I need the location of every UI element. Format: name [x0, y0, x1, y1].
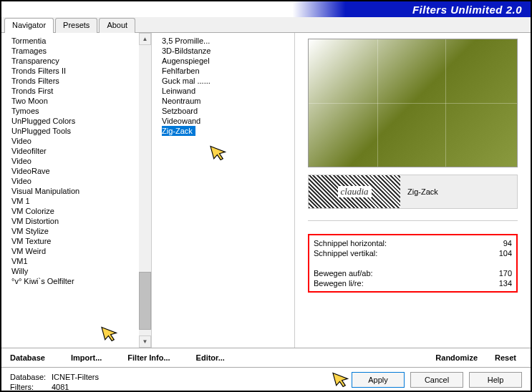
- category-pane: TormentiaTramagesTransparencyTronds Filt…: [1, 33, 152, 348]
- category-scrollbar[interactable]: ▲ ▼: [139, 33, 151, 348]
- category-item[interactable]: Visual Manipulation: [11, 186, 139, 196]
- category-item[interactable]: Two Moon: [11, 96, 139, 106]
- tab-strip: Navigator Presets About: [1, 17, 531, 33]
- preview-pane: claudia Zig-Zack Schnippel horizontal: 9…: [295, 33, 531, 348]
- filter-item[interactable]: Guck mal ......: [162, 76, 213, 86]
- divider: [308, 220, 518, 221]
- filter-item[interactable]: Setzboard: [162, 106, 200, 116]
- param-label: Schnippel vertikal:: [314, 249, 377, 258]
- category-item[interactable]: VM 1: [11, 196, 139, 206]
- category-item[interactable]: UnPlugged Colors: [11, 116, 139, 126]
- param-row[interactable]: Bewegen auf/ab: 170: [314, 268, 512, 278]
- parameter-panel: Schnippel horizontal: 94 Schnippel verti…: [308, 234, 518, 293]
- scroll-thumb[interactable]: [139, 272, 151, 330]
- param-value: 170: [499, 269, 512, 278]
- param-label: Bewegen auf/ab:: [314, 269, 373, 278]
- param-label: Bewegen li/re:: [314, 279, 364, 288]
- app-title: Filters Unlimited 2.0: [412, 4, 522, 16]
- apply-button[interactable]: Apply: [352, 372, 405, 388]
- filters-count: 4081: [52, 382, 69, 392]
- param-row[interactable]: Schnippel vertikal: 104: [314, 248, 512, 258]
- tab-about[interactable]: About: [99, 18, 135, 33]
- category-item[interactable]: VM Weird: [11, 246, 139, 256]
- category-item[interactable]: VM Colorize: [11, 206, 139, 216]
- tab-navigator[interactable]: Navigator: [4, 18, 54, 33]
- filter-title-row: claudia Zig-Zack: [308, 175, 518, 209]
- category-item[interactable]: Tronds Filters II: [11, 66, 139, 76]
- filter-item[interactable]: Zig-Zack: [162, 126, 195, 136]
- import-button[interactable]: Import...: [71, 353, 102, 362]
- reset-button[interactable]: Reset: [495, 353, 516, 362]
- database-info: Database:ICNET-Filters Filters:4081: [10, 372, 99, 392]
- filter-item[interactable]: 3D-Bildstanze: [162, 46, 213, 56]
- author-logo: claudia: [309, 175, 400, 208]
- filter-item[interactable]: Neontraum: [162, 96, 203, 106]
- category-item[interactable]: °v° Kiwi`s Oelfilter: [11, 276, 139, 286]
- category-item[interactable]: Video: [11, 136, 139, 146]
- db-value: ICNET-Filters: [52, 372, 99, 382]
- filter-info-button[interactable]: Filter Info...: [127, 353, 170, 362]
- category-item[interactable]: Transparency: [11, 56, 139, 66]
- category-item[interactable]: VM Stylize: [11, 226, 139, 236]
- db-label: Database:: [10, 372, 52, 382]
- category-item[interactable]: Video: [11, 176, 139, 186]
- filter-item[interactable]: Fehlfarben: [162, 66, 203, 76]
- pointer-icon: [332, 372, 350, 388]
- title-bar: Filters Unlimited 2.0: [1, 1, 531, 17]
- preview-image: [308, 39, 518, 167]
- category-item[interactable]: VM1: [11, 256, 139, 266]
- filter-list[interactable]: 3,5 Promille...3D-BildstanzeAugenspiegel…: [152, 33, 294, 348]
- tab-presets[interactable]: Presets: [55, 18, 97, 33]
- param-row[interactable]: Bewegen li/re: 134: [314, 278, 512, 288]
- filter-item[interactable]: Videowand: [162, 116, 203, 126]
- param-label: Schnippel horizontal:: [314, 239, 387, 248]
- param-value: 134: [499, 279, 512, 288]
- category-item[interactable]: Tronds Filters: [11, 76, 139, 86]
- category-item[interactable]: Tramages: [11, 46, 139, 56]
- category-item[interactable]: VideoRave: [11, 166, 139, 176]
- category-item[interactable]: Tymoes: [11, 106, 139, 116]
- cancel-button[interactable]: Cancel: [410, 372, 463, 388]
- category-item[interactable]: Tormentia: [11, 36, 139, 46]
- filter-pane: 3,5 Promille...3D-BildstanzeAugenspiegel…: [152, 33, 295, 348]
- param-value: 104: [499, 249, 512, 258]
- category-list[interactable]: TormentiaTramagesTransparencyTronds Filt…: [1, 33, 139, 348]
- param-value: 94: [503, 239, 512, 248]
- scroll-up-button[interactable]: ▲: [139, 33, 151, 45]
- category-item[interactable]: UnPlugged Tools: [11, 126, 139, 136]
- filter-item[interactable]: Leinwand: [162, 86, 198, 96]
- filters-label: Filters:: [10, 382, 52, 392]
- filter-item[interactable]: Augenspiegel: [162, 56, 213, 66]
- randomize-button[interactable]: Randomize: [435, 353, 478, 362]
- editor-button[interactable]: Editor...: [196, 353, 225, 362]
- category-item[interactable]: Video: [11, 156, 139, 166]
- category-item[interactable]: VM Distortion: [11, 216, 139, 226]
- filter-name-label: Zig-Zack: [400, 175, 517, 208]
- category-item[interactable]: Videofilter: [11, 146, 139, 156]
- filter-item[interactable]: 3,5 Promille...: [162, 36, 213, 46]
- help-button[interactable]: Help: [469, 372, 522, 388]
- database-button[interactable]: Database: [10, 353, 45, 362]
- scroll-down-button[interactable]: ▼: [139, 335, 151, 348]
- category-item[interactable]: Willy: [11, 266, 139, 276]
- footer: Database:ICNET-Filters Filters:4081 Appl…: [1, 368, 531, 392]
- category-item[interactable]: VM Texture: [11, 236, 139, 246]
- category-item[interactable]: Tronds First: [11, 86, 139, 96]
- toolbar: Database Import... Filter Info... Editor…: [1, 348, 531, 368]
- scroll-track[interactable]: [139, 45, 151, 335]
- param-row[interactable]: Schnippel horizontal: 94: [314, 238, 512, 248]
